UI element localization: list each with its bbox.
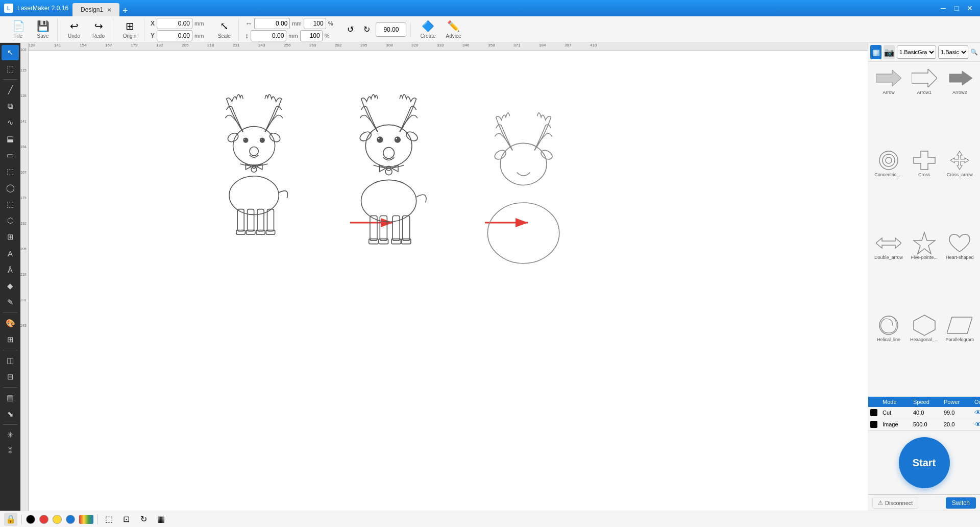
start-button[interactable]: Start <box>899 437 950 488</box>
redo-icon: ↪ <box>94 20 103 32</box>
y-input[interactable] <box>157 30 192 41</box>
disconnect-button[interactable]: ⚠ Disconnect <box>872 497 918 509</box>
flip-tool[interactable]: ↻ <box>137 513 150 526</box>
svg-point-28 <box>383 148 395 159</box>
shape-cross-arrow[interactable]: Cross_arrow <box>944 148 976 227</box>
shape-arrow2[interactable]: Arrow2 <box>944 66 976 145</box>
file-button[interactable]: 📄 File <box>7 18 30 41</box>
scale-button[interactable]: ⤡ Scale <box>213 18 235 41</box>
line-tool[interactable]: ╱ <box>2 82 19 98</box>
laser-row-cut[interactable]: Cut 40.0 99.0 👁 <box>868 407 980 419</box>
grid-tool[interactable]: ⊞ <box>2 229 19 245</box>
table-tool[interactable]: ▤ <box>2 390 19 405</box>
fill2-tool[interactable]: ✎ <box>2 295 19 310</box>
shape-arrow[interactable]: Arrow <box>872 66 905 145</box>
text2-tool[interactable]: Å <box>2 262 19 277</box>
svg-marker-54 <box>947 317 972 333</box>
shape-category-select[interactable]: 1.BasicGra <box>897 45 936 59</box>
save-icon: 💾 <box>37 20 50 32</box>
polygon-tool[interactable]: ⬡ <box>2 213 19 228</box>
cut-visibility-btn[interactable]: 👁 <box>974 409 980 417</box>
svg-point-23 <box>405 130 419 143</box>
path-tool[interactable]: ⬊ <box>2 406 19 422</box>
shape-subcategory-select[interactable]: 1.Basic <box>938 45 968 59</box>
rotate-ccw-btn[interactable]: ↺ <box>343 22 357 37</box>
shape-hexagonal[interactable]: Hexagonal_... <box>908 313 941 392</box>
create-icon: 🔷 <box>422 20 434 32</box>
rotation-input[interactable] <box>376 22 406 37</box>
maximize-btn[interactable]: □ <box>950 3 963 13</box>
svg-point-8 <box>251 166 257 172</box>
advice-button[interactable]: ✏️ Advice <box>442 18 465 41</box>
table-view-tool[interactable]: ▦ <box>154 513 167 526</box>
width-input[interactable] <box>254 18 290 29</box>
add-tab-btn[interactable]: + <box>119 6 131 16</box>
bezier2-tool[interactable]: ⬓ <box>2 131 19 147</box>
shape-concentric[interactable]: Concentric_... <box>872 148 905 227</box>
height-pct-input[interactable] <box>300 30 323 41</box>
file-icon: 📄 <box>12 20 25 32</box>
rect-tool[interactable]: ▭ <box>2 148 19 163</box>
save-button[interactable]: 💾 Save <box>32 18 54 41</box>
shape-heart[interactable]: Heart-shaped <box>944 231 976 310</box>
color-blue[interactable] <box>66 515 75 524</box>
special-tool[interactable]: ✳ <box>2 427 19 443</box>
shape-parallelogram[interactable]: Parallelogram <box>944 313 976 392</box>
color-red[interactable] <box>39 515 48 524</box>
minimize-btn[interactable]: ─ <box>937 3 949 13</box>
shape-helical-line[interactable]: Helical_line <box>872 313 905 392</box>
origin-icon: ⊞ <box>126 20 134 32</box>
color-yellow[interactable] <box>53 515 62 524</box>
origin-button[interactable]: ⊞ Origin <box>118 18 141 41</box>
start-area: Start <box>868 430 980 494</box>
shape-five-pointed[interactable]: Five-pointe... <box>908 231 941 310</box>
layer-tool[interactable]: ⊞ <box>2 332 19 347</box>
special2-tool[interactable]: ⁑ <box>2 444 19 459</box>
svg-point-41 <box>500 143 547 185</box>
svg-point-6 <box>260 138 262 140</box>
text-tool[interactable]: A <box>2 246 19 261</box>
close-tab-btn[interactable]: ✕ <box>107 7 111 13</box>
design-tab[interactable]: Design1 ✕ <box>72 3 119 16</box>
shapes-tab-btn[interactable]: ▦ <box>870 45 881 59</box>
select-rect-tool[interactable]: ⬚ <box>102 513 115 526</box>
canvas[interactable] <box>29 51 868 511</box>
select-object-tool[interactable]: ⊡ <box>119 513 133 526</box>
select-tool[interactable]: ↖ <box>2 45 19 60</box>
width-pct-input[interactable] <box>304 18 326 29</box>
align-tool[interactable]: ⊟ <box>2 369 19 385</box>
shape-cross[interactable]: Cross <box>908 148 941 227</box>
camera-tab-btn[interactable]: 📷 <box>884 45 895 59</box>
ellipse2-tool[interactable]: ⬚ <box>2 197 19 212</box>
switch-button[interactable]: Switch <box>946 497 976 509</box>
image-visibility-btn[interactable]: 👁 <box>974 420 980 428</box>
shape-double-arrow[interactable]: Double_arrow <box>872 231 905 310</box>
window-controls: ─ □ ✕ <box>937 3 976 13</box>
history-group: ↩ Undo ↪ Redo <box>60 18 113 41</box>
svg-rect-33 <box>393 216 400 241</box>
svg-marker-51 <box>914 232 935 254</box>
svg-rect-11 <box>248 209 254 231</box>
height-input[interactable] <box>251 30 286 41</box>
create-button[interactable]: 🔷 Create <box>416 18 439 41</box>
x-input[interactable] <box>157 18 192 29</box>
color-gradient[interactable] <box>79 515 93 524</box>
copy-line-tool[interactable]: ⧉ <box>2 99 19 114</box>
fill-tool[interactable]: ◆ <box>2 278 19 294</box>
redo-button[interactable]: ↪ Redo <box>87 18 110 41</box>
color-tool[interactable]: 🎨 <box>2 316 19 331</box>
laser-row-image[interactable]: Image 500.0 20.0 👁 <box>868 419 980 430</box>
rotate-cw-btn[interactable]: ↻ <box>359 22 374 37</box>
undo-button[interactable]: ↩ Undo <box>63 18 85 41</box>
search-btn[interactable]: 🔍 <box>970 46 978 58</box>
node-tool[interactable]: ⬚ <box>2 61 19 77</box>
group-tool[interactable]: ◫ <box>2 353 19 368</box>
lock-status-btn[interactable]: 🔒 <box>4 513 17 526</box>
color-black[interactable] <box>26 515 35 524</box>
ellipse-tool[interactable]: ◯ <box>2 180 19 196</box>
rect2-tool[interactable]: ⬚ <box>2 164 19 179</box>
bezier-tool[interactable]: ∿ <box>2 115 19 130</box>
close-btn[interactable]: ✕ <box>964 3 976 13</box>
shape-arrow1[interactable]: Arrow1 <box>908 66 941 145</box>
svg-point-44 <box>487 203 559 264</box>
